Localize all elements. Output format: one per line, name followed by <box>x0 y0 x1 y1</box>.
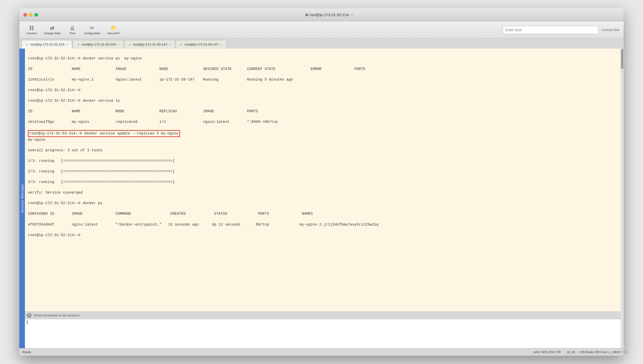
term-line-1: 1zk91icxlrjv my-nginx.1 nginx:latest ip-… <box>28 77 618 82</box>
tab-checkmark-2: ✓ <box>128 43 131 47</box>
send-commands-label: Send commands to all sessions <box>33 313 80 317</box>
term-line-0: root@ip-172-31-52-214:~# docker service … <box>28 56 618 61</box>
term-line-header1: ID NAME IMAGE NODE DESIRED STATE CURRENT… <box>28 66 618 72</box>
cursor <box>27 320 27 347</box>
tab-2[interactable]: ✓ root@ip-172-31-50-147: ~ <box>124 40 175 49</box>
send-commands-bar: ✕ Send commands to all sessions <box>25 312 621 319</box>
session-manager-label: Session Manager <box>20 184 24 213</box>
connect-icon: ⛓ <box>29 25 34 31</box>
status-position: 18, 26 <box>567 350 575 354</box>
terminal-container[interactable]: root@ip-172-31-52-214:~# docker service … <box>25 49 621 348</box>
close-button[interactable] <box>23 13 27 17</box>
status-encryption: ssh2: AES-256-CTR <box>533 350 561 354</box>
scrollbar-thumb[interactable] <box>621 49 623 69</box>
toolbar: ⛓ Connect ⇄ Change State 🖨 Print ✂ Confi… <box>19 21 624 39</box>
change-state-icon: ⇄ <box>50 25 54 31</box>
term-line-2: root@ip-172-31-52-214:~# <box>28 88 618 93</box>
main-area: Session Manager root@ip-172-31-52-214:~#… <box>19 49 624 348</box>
tab-label-3: root@ip-172-31-58-147: ~ <box>184 43 222 46</box>
term-line-7: 1/3: running [==========================… <box>28 158 618 164</box>
session-manager-sidebar[interactable]: Session Manager <box>19 49 25 348</box>
minimize-button[interactable] <box>29 13 32 17</box>
watermark: https://blog.csdn.net/qq_42957436 <box>578 350 628 354</box>
configuration-label: Configuration <box>84 32 100 35</box>
bottom-area: ✕ Send commands to all sessions <box>25 311 621 348</box>
print-label: Print <box>69 32 75 35</box>
tab-label-0: root@ip-172-31-52-214: ~ <box>30 43 68 46</box>
tab-checkmark-1: ✓ <box>77 43 80 47</box>
tab-label-1: root@ip-172-31-53-226: ~ <box>82 43 119 46</box>
term-line-5: my-nginx <box>28 137 618 142</box>
term-line-3: root@ip-172-31-52-214:~# docker service … <box>28 98 618 103</box>
tab-0[interactable]: ✓ root@ip-172-31-52-214: ~ <box>21 40 72 49</box>
window-title: 🖥 root@ip-172-31-52-214: ~ <box>38 13 620 17</box>
terminal-scrollbar[interactable] <box>621 49 624 348</box>
titlebar: 🖥 root@ip-172-31-52-214: ~ <box>19 8 624 21</box>
tab-checkmark-3: ✓ <box>180 43 183 47</box>
term-line-8: 2/3: running [==========================… <box>28 169 618 174</box>
terminal-output: root@ip-172-31-52-214:~# docker service … <box>25 49 621 311</box>
print-button[interactable]: 🖨 Print <box>65 24 80 36</box>
term-line-11: root@ip-172-31-52-214:~# docker ps <box>28 201 618 206</box>
connect-bar-label: Connect Bar <box>601 28 620 32</box>
configuration-icon: ✂ <box>90 25 94 31</box>
term-line-12: ef83f264d44f nginx:latest "/docker-entry… <box>28 222 618 227</box>
status-bar: Ready ssh2: AES-256-CTR 18, 26 25 Rows, … <box>19 348 624 356</box>
securefx-button[interactable]: 📁 SecureFX <box>104 23 123 36</box>
term-line-highlighted: root@ip-172-31-52-214:~# docker service … <box>28 130 180 137</box>
securefx-icon: 📁 <box>111 25 117 31</box>
term-line-header3: CONTAINER ID IMAGE COMMAND CREATED STATU… <box>28 211 618 216</box>
term-line-10: verify: Service converged <box>28 190 618 195</box>
configuration-button[interactable]: ✂ Configuration <box>81 23 103 36</box>
window-controls <box>23 13 38 17</box>
term-line-9: 3/3: running [==========================… <box>28 179 618 185</box>
print-icon: 🖨 <box>70 25 75 31</box>
change-state-label: Change State <box>44 32 61 35</box>
term-line-13: root@ip-172-31-52-214:~# <box>28 233 618 238</box>
connect-button[interactable]: ⛓ Connect <box>23 24 40 36</box>
maximize-button[interactable] <box>34 13 38 17</box>
close-sessions-icon[interactable]: ✕ <box>27 313 31 318</box>
term-line-header2: ID NAME MODE REPLICAS IMAGE PORTS <box>28 109 618 114</box>
tab-3[interactable]: ✓ root@ip-172-31-58-147: ~ <box>175 40 226 49</box>
change-state-button[interactable]: ⇄ Change State <box>41 23 64 36</box>
term-line-6: overall progress: 3 out of 3 tasks <box>28 148 618 153</box>
tab-label-2: root@ip-172-31-50-147: ~ <box>133 43 171 46</box>
tab-checkmark-0: ✓ <box>26 43 29 47</box>
tabs-row: ✓ root@ip-172-31-52-214: ~ ✓ root@ip-172… <box>19 39 624 49</box>
connect-label: Connect <box>26 32 37 35</box>
enter-host-input[interactable] <box>503 26 598 34</box>
bottom-input[interactable] <box>25 319 621 348</box>
status-ready: Ready <box>22 350 31 354</box>
term-line-4: zktetxwif9gx my-nginx replicated 1/1 ngi… <box>28 119 618 125</box>
tab-1[interactable]: ✓ root@ip-172-31-53-226: ~ <box>73 40 124 49</box>
securefx-label: SecureFX <box>108 32 120 35</box>
